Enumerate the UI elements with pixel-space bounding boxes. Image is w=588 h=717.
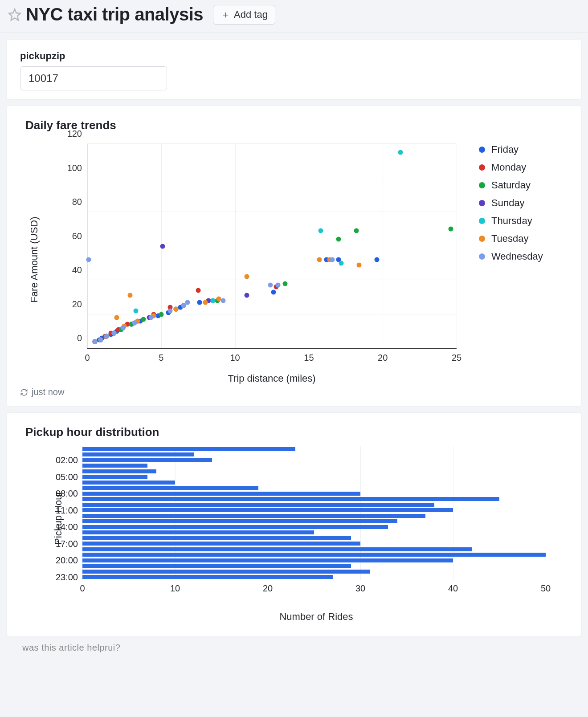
legend-label: Friday <box>491 144 519 155</box>
legend-item[interactable]: Sunday <box>479 197 543 209</box>
svg-marker-0 <box>9 9 20 20</box>
bar <box>82 492 360 496</box>
scatter-point <box>448 227 453 232</box>
scatter-point <box>98 337 103 342</box>
bar <box>82 547 472 551</box>
daily-fare-trends-card: Daily fare trends Fare Amount (USD) 0510… <box>7 106 581 406</box>
scatter-point <box>245 274 249 279</box>
scatter-x-tick: 5 <box>159 348 163 363</box>
bar <box>82 575 333 579</box>
page-title: NYC taxi trip analysis <box>26 4 203 24</box>
scatter-point <box>86 257 91 262</box>
scatter-point <box>197 300 202 305</box>
bar <box>82 564 351 568</box>
scatter-x-tick: 10 <box>230 348 240 363</box>
bar <box>82 497 499 501</box>
bar <box>82 469 156 473</box>
legend-label: Thursday <box>491 215 532 227</box>
scatter-point <box>357 262 362 267</box>
bar-title: Pickup hour distribution <box>25 425 568 439</box>
scatter-y-tick: 0 <box>77 333 87 343</box>
scatter-point <box>268 283 273 288</box>
scatter-point <box>114 315 119 320</box>
bar-x-tick: 30 <box>355 580 365 594</box>
refresh-text: just now <box>32 387 64 397</box>
pickupzip-input[interactable] <box>20 66 167 90</box>
bar <box>82 570 370 574</box>
scatter-point <box>330 257 335 262</box>
bar <box>82 536 351 540</box>
bar-y-tick: 23:00 <box>56 572 82 582</box>
scatter-y-tick: 40 <box>72 265 87 275</box>
scatter-x-tick: 0 <box>85 348 90 363</box>
bar-x-tick: 10 <box>170 580 180 594</box>
bar-x-axis-label: Number of Rides <box>65 611 568 623</box>
scatter-point <box>134 308 139 313</box>
scatter-point <box>167 308 172 313</box>
scatter-chart[interactable]: Fare Amount (USD) 0510152025020406080100… <box>20 135 466 384</box>
param-label-pickupzip: pickupzip <box>20 50 568 62</box>
scatter-point <box>160 244 165 249</box>
scatter-title: Daily fare trends <box>25 118 568 132</box>
bar <box>82 464 147 468</box>
bar-y-tick: 14:00 <box>56 522 82 532</box>
bar <box>82 503 434 507</box>
legend-item[interactable]: Monday <box>479 162 543 173</box>
scatter-y-tick: 80 <box>72 197 87 207</box>
scatter-point <box>148 315 153 320</box>
cutoff-footer-text: was this article helprui? <box>0 643 588 654</box>
legend-item[interactable]: Saturday <box>479 179 543 191</box>
legend-item[interactable]: Wednesday <box>479 251 543 262</box>
legend-dot-icon <box>479 164 485 171</box>
legend-label: Tuesday <box>491 233 529 244</box>
legend-label: Saturday <box>491 179 531 191</box>
legend-dot-icon <box>479 147 485 153</box>
bar <box>82 542 360 546</box>
bar <box>82 508 453 512</box>
parameter-card: pickupzip <box>7 40 581 99</box>
scatter-point <box>221 298 226 303</box>
bar <box>82 530 314 534</box>
scatter-point <box>141 317 146 322</box>
scatter-point <box>336 237 341 242</box>
scatter-point <box>317 257 322 262</box>
bar <box>82 447 295 451</box>
bar <box>82 525 388 529</box>
bar <box>82 452 194 456</box>
plus-icon: ＋ <box>220 8 230 21</box>
bar-x-tick: 40 <box>448 580 458 594</box>
bar <box>82 481 175 485</box>
bar-y-tick: 05:00 <box>56 472 82 482</box>
legend-item[interactable]: Thursday <box>479 215 543 227</box>
legend-dot-icon <box>479 253 485 260</box>
bar-chart[interactable]: Pickup Hour 0102030405002:0005:0008:0011… <box>24 442 559 611</box>
bar-x-tick: 20 <box>263 580 273 594</box>
scatter-y-tick: 100 <box>67 163 87 173</box>
bar-y-axis-label: Pickup Hour <box>53 491 64 545</box>
scatter-point <box>159 312 163 317</box>
add-tag-button[interactable]: ＋ Add tag <box>213 5 275 24</box>
scatter-point <box>181 303 186 308</box>
scatter-point <box>173 307 178 312</box>
bar-y-tick: 08:00 <box>56 489 82 499</box>
scatter-point <box>111 330 116 335</box>
scatter-x-tick: 15 <box>304 348 314 363</box>
legend-label: Monday <box>491 162 526 173</box>
scatter-point <box>128 293 133 298</box>
legend-item[interactable]: Tuesday <box>479 233 543 244</box>
pickup-hour-card: Pickup hour distribution Pickup Hour 010… <box>7 413 581 636</box>
scatter-point <box>203 300 208 305</box>
bar-y-tick: 17:00 <box>56 538 82 549</box>
scatter-point <box>185 300 190 305</box>
legend-label: Sunday <box>491 197 525 209</box>
refresh-icon <box>20 388 28 396</box>
scatter-x-tick: 20 <box>378 348 388 363</box>
scatter-y-tick: 120 <box>67 129 87 139</box>
scatter-point <box>354 228 359 233</box>
scatter-y-axis-label: Fare Amount (USD) <box>29 216 40 302</box>
scatter-point <box>104 334 109 339</box>
legend-item[interactable]: Friday <box>479 144 543 155</box>
favorite-star-icon[interactable] <box>8 8 21 21</box>
bar <box>82 558 453 562</box>
refresh-status[interactable]: just now <box>20 387 568 397</box>
